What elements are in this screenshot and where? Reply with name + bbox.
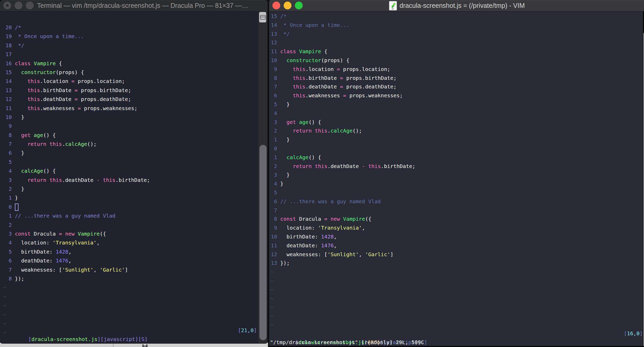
code-line: 14 this.location = props.location; (0, 77, 257, 86)
code-text: } (280, 135, 290, 144)
line-number: 3 (271, 171, 277, 180)
empty-buffer-line: ~ (269, 312, 634, 321)
js-document-icon[interactable]: JS (389, 1, 397, 10)
code-token: .birthDate (305, 75, 340, 81)
tilde-marker: ~ (270, 268, 273, 277)
code-token (296, 48, 299, 55)
code-token (15, 141, 27, 147)
code-token: return (293, 163, 312, 169)
code-token (280, 128, 293, 134)
code-token: .deathDate (40, 96, 74, 102)
code-token: } (15, 150, 24, 156)
code-token: () { (43, 168, 56, 174)
code-token: (); (87, 141, 97, 147)
tilde-marker: ~ (270, 277, 273, 285)
line-number: 12 (271, 38, 277, 47)
code-token: ] (125, 267, 128, 273)
code-token (365, 163, 368, 169)
code-line: 20/* (0, 23, 257, 32)
empty-buffer-line: ~ (269, 294, 634, 303)
macvim-window: JS dracula-screenshot.js = (/private/tmp… (268, 0, 644, 347)
code-text: class Vampire { (280, 47, 327, 56)
line-number: 10 (5, 113, 12, 122)
code-token: ({ (100, 231, 106, 237)
scrollbar-thumb[interactable] (259, 145, 267, 340)
code-token: Vampire (78, 231, 100, 237)
line-number: 4 (5, 166, 12, 175)
code-line: 8 this.birthDate = props.birthDate; (269, 74, 634, 83)
code-token: const (15, 231, 31, 237)
statusline-cursor-position: [16,0] (624, 329, 643, 338)
code-token: () { (43, 132, 56, 138)
zoom-button[interactable] (295, 2, 303, 9)
code-token: dracula-screenshot.js (31, 336, 97, 342)
line-number: 12 (271, 250, 277, 259)
code-line: 11class Vampire { (269, 47, 634, 56)
macvim-titlebar[interactable]: JS dracula-screenshot.js = (/private/tmp… (269, 0, 644, 11)
code-token: ] (254, 327, 257, 333)
code-text: /* (15, 23, 21, 32)
code-line: 15/* (269, 12, 634, 21)
zoom-button[interactable] (26, 2, 34, 9)
code-token: props.deathDate; (78, 96, 131, 102)
split-pane-button[interactable] (259, 12, 266, 22)
code-token: Vampire (299, 48, 321, 55)
empty-buffer-line: ~ (269, 277, 634, 285)
line-number: 13 (5, 86, 12, 95)
code-text: constructor(props) { (15, 68, 84, 77)
code-line: 2 (0, 220, 257, 229)
code-token: 'Sunlight' (62, 267, 93, 273)
code-token: = (75, 96, 78, 102)
minimize-button[interactable] (284, 2, 291, 9)
code-token: , (334, 234, 337, 240)
code-text: weaknesses: ['Sunlight', 'Garlic'] (15, 265, 128, 274)
line-number: 5 (5, 158, 12, 166)
code-token: } (280, 136, 290, 143)
line-number: 2 (271, 127, 277, 135)
terminal-titlebar[interactable]: Terminal — vim /tmp/dracula-screenshot.j… (0, 0, 268, 11)
code-line: 6// ...there was a guy named Vlad (269, 197, 634, 206)
code-token: = (71, 78, 75, 84)
code-token: 1476 (321, 242, 334, 249)
code-line: 10 birthDate: 1428, (269, 232, 634, 241)
code-line: 10 } (0, 113, 257, 122)
code-line: 5 (0, 158, 257, 166)
minimize-button[interactable] (15, 2, 22, 9)
code-token (312, 163, 315, 169)
window-edge (269, 346, 644, 347)
code-line: 7 return this.calcAge(); (0, 140, 257, 148)
empty-buffer-line: ~ (269, 321, 634, 330)
code-line: 4 location: 'Transylvania', (0, 238, 257, 247)
line-number: 9 (271, 224, 277, 232)
code-line: 3 } (269, 171, 634, 180)
line-number: 7 (271, 206, 277, 215)
code-token: . (62, 141, 65, 147)
code-token: props.birthDate; (78, 87, 131, 93)
code-text: }); (15, 274, 24, 283)
code-line: 6 deathDate: 1476, (0, 256, 257, 265)
line-number: 5 (271, 100, 277, 109)
code-token: 'Garlic' (100, 267, 125, 273)
tilde-marker: ~ (3, 292, 6, 301)
line-number: 0 (271, 144, 277, 153)
code-token: , (68, 258, 71, 264)
code-text: this.location = props.location; (15, 77, 125, 86)
line-number: 8 (271, 74, 277, 83)
code-text: calcAge() { (280, 153, 321, 162)
code-text: return this.calcAge(); (280, 127, 362, 135)
code-text: location: 'Transylvania', (280, 224, 365, 232)
code-token: class (15, 60, 31, 67)
line-number: 1 (5, 211, 12, 220)
code-text: } (15, 184, 24, 193)
close-button[interactable] (272, 2, 280, 9)
code-token: } (15, 186, 24, 192)
code-line: 8const Dracula = new Vampire({ (269, 215, 634, 224)
code-text: } (280, 171, 290, 180)
tilde-marker: ~ (3, 310, 6, 319)
code-line: 2 return this.calcAge(); (269, 127, 634, 135)
code-text: } (280, 180, 283, 188)
code-token: props.weaknesses; (81, 105, 138, 111)
vim-command-line: "/tmp/dracula-screenshot.js" [readonly] … (269, 338, 644, 347)
code-token: } (280, 172, 290, 178)
close-button[interactable] (3, 2, 11, 9)
